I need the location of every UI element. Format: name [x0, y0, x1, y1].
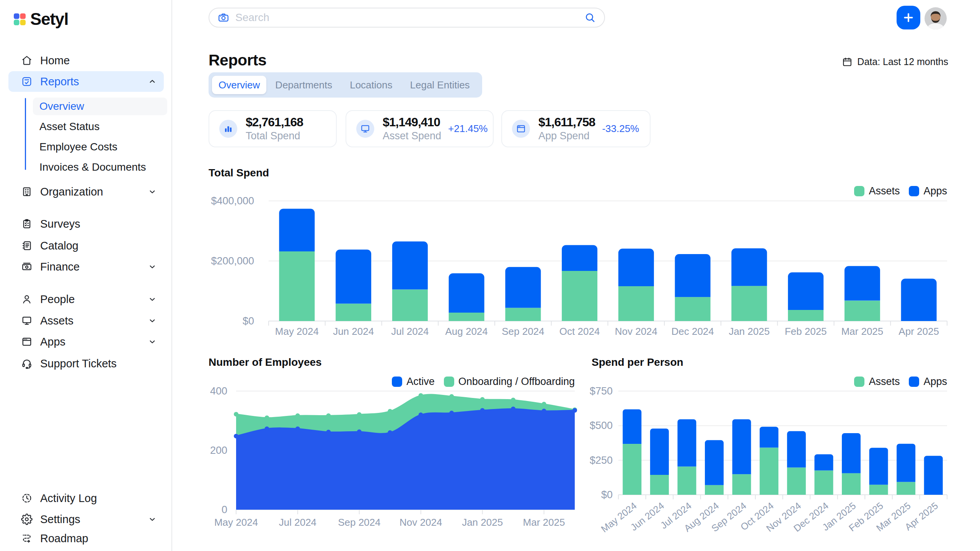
sidebar-item-finance[interactable]: Finance	[8, 256, 164, 277]
sidebar-item-organization[interactable]: Organization	[8, 181, 164, 202]
sidebar-item-assets[interactable]: Assets	[8, 310, 164, 331]
sidebar-item-home[interactable]: Home	[8, 50, 164, 71]
total-spend-chart: $0$200,000$400,000May 2024Jun 2024Jul 20…	[207, 161, 980, 344]
add-button[interactable]	[897, 6, 920, 29]
sidebar-item-invoices-documents[interactable]: Invoices & Documents	[33, 158, 167, 176]
sidebar-item-apps[interactable]: Apps	[8, 331, 164, 352]
stat-card-asset-spend: $1,149,410 Asset Spend +21.45%	[346, 110, 494, 147]
sidebar-item-settings[interactable]: Settings	[8, 509, 164, 530]
search-input[interactable]	[235, 11, 578, 24]
sidebar-item-roadmap[interactable]: Roadmap	[8, 528, 164, 549]
stat-label: Total Spend	[246, 130, 303, 142]
chevron-down-icon	[148, 262, 157, 271]
roadmap-icon	[21, 533, 33, 544]
svg-text:Nov 2024: Nov 2024	[615, 326, 657, 337]
svg-text:May 2024: May 2024	[275, 326, 319, 337]
finance-icon	[21, 261, 33, 272]
svg-text:$0: $0	[601, 489, 613, 500]
data-range-control[interactable]: Data: Last 12 months	[842, 56, 948, 67]
bar-chart-icon	[219, 120, 237, 138]
support-icon	[21, 358, 33, 369]
search-bar[interactable]	[209, 8, 605, 28]
sidebar-item-activity-log[interactable]: Activity Log	[8, 488, 164, 509]
tab-departments[interactable]: Departments	[266, 76, 341, 94]
people-icon	[21, 293, 33, 305]
sidebar-item-overview[interactable]: Overview	[33, 98, 167, 115]
sidebar-item-reports[interactable]: Reports	[8, 71, 164, 92]
stat-card-total-spend: $2,761,168 Total Spend	[209, 110, 337, 147]
sidebar-item-people[interactable]: People	[8, 289, 164, 310]
employees-chart: 0200400May 2024Jul 2024Sep 2024Nov 2024J…	[207, 367, 589, 551]
sidebar-item-catalog[interactable]: Catalog	[8, 235, 164, 256]
chevron-down-icon	[148, 515, 157, 524]
stat-value: $1,149,410	[383, 116, 441, 129]
sidebar-item-asset-status[interactable]: Asset Status	[33, 118, 167, 135]
sidebar-item-employee-costs[interactable]: Employee Costs	[33, 138, 167, 156]
stat-card-app-spend: $1,611,758 App Spend -33.25%	[501, 110, 651, 147]
sidebar-item-surveys[interactable]: Surveys	[8, 214, 164, 234]
svg-text:Sep 2024: Sep 2024	[502, 326, 544, 337]
home-icon	[21, 55, 33, 66]
chevron-down-icon	[148, 295, 157, 304]
data-range-label: Data: Last 12 months	[857, 56, 948, 67]
svg-text:Aug 2024: Aug 2024	[445, 326, 488, 337]
stat-value: $2,761,168	[246, 116, 303, 129]
app-window-icon	[512, 120, 530, 138]
chevron-down-icon	[148, 337, 157, 346]
sidebar: Setyl Home Reports Overview Asset Status…	[0, 0, 172, 551]
spend-per-person-title: Spend per Person	[592, 356, 683, 368]
svg-text:Jun 2024: Jun 2024	[333, 326, 374, 337]
chevron-down-icon	[148, 187, 157, 196]
svg-text:$0: $0	[243, 315, 254, 327]
page-title: Reports	[209, 51, 266, 69]
reports-icon	[21, 76, 33, 87]
catalog-icon	[21, 240, 33, 251]
brand-logo[interactable]: Setyl	[14, 10, 68, 29]
tab-locations[interactable]: Locations	[341, 76, 401, 94]
stat-delta: +21.45%	[448, 123, 488, 135]
stat-delta: -33.25%	[602, 123, 639, 135]
tab-legal-entities[interactable]: Legal Entities	[401, 76, 479, 94]
assets-icon	[21, 315, 33, 326]
settings-icon	[21, 514, 33, 525]
brand-name: Setyl	[30, 10, 68, 29]
svg-text:Jan 2025: Jan 2025	[729, 326, 770, 337]
svg-text:Jan 2025: Jan 2025	[462, 517, 503, 528]
svg-text:Apr 2025: Apr 2025	[898, 326, 939, 337]
plus-icon	[902, 11, 915, 24]
organization-icon	[21, 186, 33, 197]
monitor-icon	[356, 120, 374, 138]
svg-text:May 2024: May 2024	[214, 517, 258, 528]
apps-icon	[21, 336, 33, 347]
camera-icon[interactable]	[218, 12, 229, 23]
spend-per-person-chart: $0$250$500$750May 2024Jun 2024Jul 2024Au…	[589, 367, 980, 551]
avatar[interactable]	[925, 7, 947, 29]
svg-text:Oct 2024: Oct 2024	[559, 326, 600, 337]
setyl-logo-icon	[14, 13, 26, 25]
calendar-icon	[842, 57, 853, 67]
employees-title: Number of Employees	[209, 356, 322, 368]
svg-text:200: 200	[210, 445, 227, 456]
svg-text:Jul 2024: Jul 2024	[391, 326, 429, 337]
svg-text:Jul 2024: Jul 2024	[279, 517, 316, 528]
stat-value: $1,611,758	[538, 116, 595, 129]
stat-label: Asset Spend	[383, 130, 441, 142]
sidebar-item-support-tickets[interactable]: Support Tickets	[8, 353, 164, 374]
report-tabs: Overview Departments Locations Legal Ent…	[209, 72, 482, 98]
svg-text:400: 400	[210, 385, 227, 397]
svg-text:Nov 2024: Nov 2024	[400, 517, 442, 528]
activity-icon	[21, 492, 33, 504]
tab-overview[interactable]: Overview	[212, 76, 266, 94]
surveys-icon	[21, 218, 33, 230]
svg-text:Feb 2025: Feb 2025	[785, 326, 827, 337]
search-icon[interactable]	[584, 12, 596, 23]
svg-text:Mar 2025: Mar 2025	[841, 326, 883, 337]
svg-text:$500: $500	[590, 420, 613, 431]
chevron-down-icon	[148, 316, 157, 325]
svg-text:0: 0	[222, 504, 227, 515]
svg-text:$250: $250	[590, 455, 613, 466]
svg-text:Dec 2024: Dec 2024	[671, 326, 714, 337]
svg-text:Sep 2024: Sep 2024	[338, 517, 380, 528]
chevron-up-icon	[148, 77, 157, 86]
svg-text:$400,000: $400,000	[211, 195, 254, 207]
